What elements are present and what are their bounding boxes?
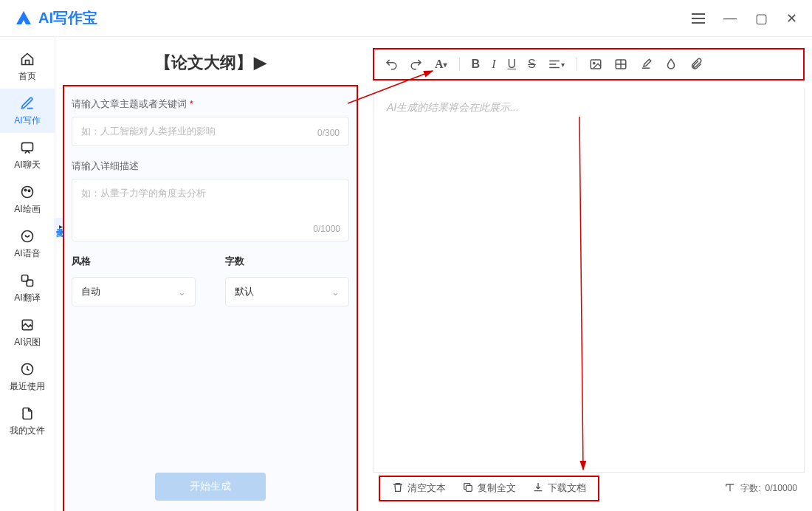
chat-icon bbox=[19, 140, 35, 156]
svg-rect-17 bbox=[466, 485, 472, 491]
style-select[interactable]: 自动 ⌄ bbox=[72, 277, 196, 306]
editor-output[interactable]: AI生成的结果将会在此展示... bbox=[373, 88, 805, 473]
sidebar-item-ai-chat[interactable]: AI聊天 bbox=[0, 133, 55, 177]
close-button[interactable]: ✕ bbox=[786, 10, 797, 27]
text-count-icon bbox=[724, 481, 736, 495]
maximize-button[interactable]: ▢ bbox=[755, 10, 768, 27]
sidebar-item-ai-writing[interactable]: AI写作 bbox=[0, 89, 55, 133]
window-controls: — ▢ ✕ bbox=[692, 10, 797, 27]
bottom-bar: 清空文本 复制全文 下载文档 字数: 0/10000 bbox=[373, 473, 805, 504]
sidebar: 首页 AI写作 AI聊天 AI绘画 AI语音 AI翻译 AI识图 最近使用 bbox=[0, 37, 55, 511]
chevron-down-icon: ⌄ bbox=[178, 287, 186, 298]
svg-point-13 bbox=[593, 62, 594, 64]
underline-button[interactable]: U bbox=[507, 58, 516, 71]
attachment-button[interactable] bbox=[689, 58, 703, 71]
sidebar-item-label: AI聊天 bbox=[14, 159, 40, 171]
generate-button[interactable]: 开始生成 bbox=[155, 473, 266, 501]
word-count: 字数: 0/10000 bbox=[724, 481, 805, 495]
topic-input[interactable]: 如：人工智能对人类择业的影响 0/300 bbox=[72, 117, 349, 146]
page-title: 【论文大纲】▶ bbox=[63, 48, 358, 85]
sidebar-item-ai-translate[interactable]: AI翻译 bbox=[0, 266, 55, 310]
sidebar-item-label: AI识图 bbox=[14, 336, 40, 349]
brush-button[interactable] bbox=[639, 58, 653, 71]
chevron-down-icon: ⌄ bbox=[331, 287, 340, 298]
align-button[interactable]: ▾ bbox=[548, 58, 565, 71]
download-button[interactable]: 下载文档 bbox=[532, 481, 586, 495]
words-label: 字数 bbox=[225, 255, 349, 268]
download-icon bbox=[532, 481, 544, 495]
editor-toolbar: A▾ B I U S ▾ bbox=[373, 48, 805, 80]
sidebar-item-ai-image[interactable]: AI识图 bbox=[0, 310, 55, 354]
sidebar-item-my-files[interactable]: 我的文件 bbox=[0, 399, 55, 443]
title-bar: AI写作宝 — ▢ ✕ bbox=[0, 0, 812, 37]
bottom-actions: 清空文本 复制全文 下载文档 bbox=[379, 476, 599, 501]
font-color-button[interactable]: A▾ bbox=[435, 58, 447, 71]
clock-icon bbox=[19, 361, 35, 377]
copy-icon bbox=[462, 481, 474, 495]
sidebar-item-label: 最近使用 bbox=[10, 380, 45, 393]
topic-char-count: 0/300 bbox=[317, 128, 340, 138]
dropdown-triangle-icon[interactable]: ▶ bbox=[254, 53, 266, 72]
palette-icon bbox=[19, 184, 35, 200]
redo-button[interactable] bbox=[410, 58, 423, 71]
svg-rect-0 bbox=[22, 143, 33, 151]
sidebar-item-label: AI写作 bbox=[14, 114, 40, 127]
right-panel: A▾ B I U S ▾ AI生成的结果将会在此展示... bbox=[365, 37, 812, 511]
sidebar-item-ai-drawing[interactable]: AI绘画 bbox=[0, 177, 55, 222]
trash-icon bbox=[392, 481, 404, 495]
menu-icon[interactable] bbox=[692, 13, 705, 24]
sidebar-item-label: 我的文件 bbox=[10, 425, 45, 437]
sidebar-item-home[interactable]: 首页 bbox=[0, 44, 55, 89]
sidebar-item-label: AI语音 bbox=[14, 247, 40, 260]
copy-button[interactable]: 复制全文 bbox=[462, 481, 516, 495]
main-area: 【论文大纲】▶ 文件记录▸ 请输入文章主题或者关键词 * 如：人工智能对人类择业… bbox=[55, 37, 812, 511]
svg-point-1 bbox=[22, 186, 33, 197]
sidebar-item-ai-voice[interactable]: AI语音 bbox=[0, 222, 55, 266]
droplet-button[interactable] bbox=[664, 58, 678, 71]
input-form: 请输入文章主题或者关键词 * 如：人工智能对人类择业的影响 0/300 请输入详… bbox=[63, 85, 358, 511]
image-button[interactable] bbox=[589, 58, 602, 71]
minimize-button[interactable]: — bbox=[723, 10, 737, 26]
voice-icon bbox=[19, 228, 35, 244]
desc-char-count: 0/1000 bbox=[313, 224, 340, 234]
home-icon bbox=[19, 51, 35, 67]
svg-point-3 bbox=[28, 190, 30, 192]
svg-point-2 bbox=[24, 189, 27, 191]
desc-textarea[interactable]: 如：从量子力学的角度去分析 bbox=[72, 179, 349, 241]
sidebar-item-recent[interactable]: 最近使用 bbox=[0, 354, 55, 399]
sidebar-item-label: AI翻译 bbox=[14, 292, 40, 304]
sidebar-item-label: 首页 bbox=[18, 70, 36, 83]
editor-placeholder: AI生成的结果将会在此展示... bbox=[387, 101, 519, 113]
app-logo: AI写作宝 bbox=[15, 8, 97, 28]
app-name: AI写作宝 bbox=[38, 8, 97, 28]
edit-icon bbox=[19, 95, 35, 112]
toolbar-divider bbox=[577, 58, 577, 71]
table-button[interactable] bbox=[614, 58, 627, 71]
desc-label: 请输入详细描述 bbox=[72, 160, 349, 173]
style-label: 风格 bbox=[72, 255, 196, 268]
image-scan-icon bbox=[19, 317, 35, 333]
words-select[interactable]: 默认 ⌄ bbox=[225, 277, 349, 306]
topic-label: 请输入文章主题或者关键词 * bbox=[72, 97, 349, 111]
undo-button[interactable] bbox=[385, 58, 398, 71]
translate-icon bbox=[19, 272, 35, 289]
italic-button[interactable]: I bbox=[492, 58, 495, 71]
strikethrough-button[interactable]: S bbox=[528, 58, 536, 71]
left-panel: 【论文大纲】▶ 文件记录▸ 请输入文章主题或者关键词 * 如：人工智能对人类择业… bbox=[55, 37, 365, 511]
file-icon bbox=[19, 405, 35, 422]
toolbar-divider bbox=[459, 58, 460, 71]
logo-icon bbox=[15, 10, 32, 27]
clear-button[interactable]: 清空文本 bbox=[392, 481, 446, 495]
sidebar-item-label: AI绘画 bbox=[14, 203, 40, 216]
bold-button[interactable]: B bbox=[472, 58, 481, 71]
